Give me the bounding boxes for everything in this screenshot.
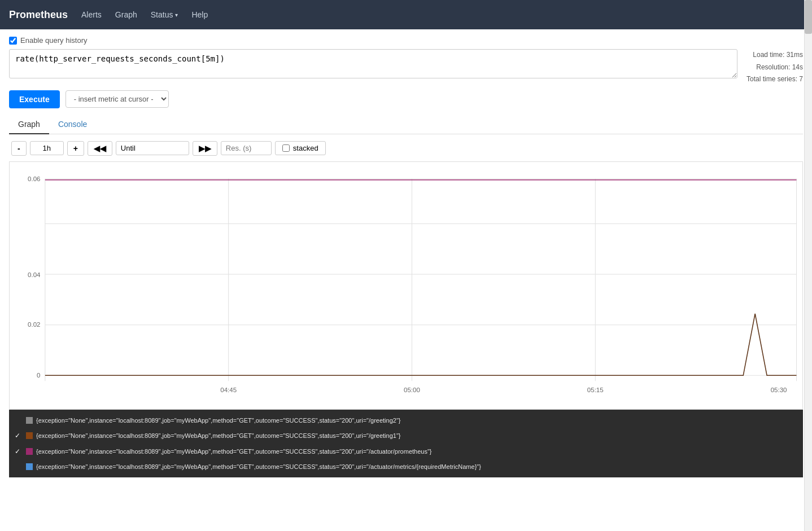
legend-item: ✓ {exception="None",instance="localhost:… (15, 428, 797, 444)
svg-text:05:30: 05:30 (771, 387, 787, 393)
chart-svg: 0.06 0.04 0.02 0 04:45 05:00 05:15 05:30 (10, 162, 802, 409)
nav-graph[interactable]: Graph (115, 10, 137, 19)
tab-console[interactable]: Console (49, 115, 96, 134)
chart-area: 0.06 0.04 0.02 0 04:45 05:00 05:15 05:30 (9, 161, 803, 410)
svg-text:0.02: 0.02 (28, 321, 40, 328)
svg-text:04:45: 04:45 (220, 387, 237, 393)
legend-text-4: {exception="None",instance="localhost:80… (36, 460, 481, 473)
legend-color-1 (26, 417, 33, 424)
nav-status-dropdown[interactable]: Status ▾ (151, 10, 178, 19)
graph-controls: - + ◀◀ ▶▶ stacked (9, 141, 803, 156)
query-history-checkbox[interactable] (9, 37, 17, 45)
scrollbar[interactable] (804, 0, 812, 484)
legend: {exception="None",instance="localhost:80… (9, 410, 803, 477)
legend-text-2: {exception="None",instance="localhost:80… (36, 429, 400, 442)
svg-text:0.06: 0.06 (28, 175, 40, 182)
time-forward-button[interactable]: ▶▶ (193, 141, 217, 156)
legend-check-3: ✓ (15, 445, 23, 458)
resolution-input[interactable] (221, 141, 272, 155)
nav-status-label: Status (151, 10, 173, 19)
legend-text-1: {exception="None",instance="localhost:80… (36, 414, 400, 427)
nav-help[interactable]: Help (191, 10, 208, 19)
legend-item: {exception="None",instance="localhost:80… (15, 413, 797, 428)
total-series-label: Total time series: 7 (746, 73, 803, 86)
query-input[interactable]: rate(http_server_requests_seconds_count[… (9, 49, 737, 78)
time-minus-button[interactable]: - (11, 141, 27, 156)
resolution-label: Resolution: 14s (746, 62, 803, 74)
execute-row: Execute - insert metric at cursor - (9, 90, 803, 108)
query-history-label[interactable]: Enable query history (20, 36, 88, 45)
svg-text:0: 0 (37, 372, 40, 379)
scrollbar-thumb[interactable] (805, 0, 812, 34)
svg-text:05:15: 05:15 (587, 387, 604, 393)
load-time-info: Load time: 31ms Resolution: 14s Total ti… (746, 49, 803, 86)
time-range-input[interactable] (30, 141, 64, 155)
nav-alerts[interactable]: Alerts (81, 10, 102, 19)
stacked-button[interactable]: stacked (275, 141, 326, 155)
legend-color-2 (26, 432, 33, 439)
stacked-label: stacked (293, 144, 318, 152)
tabs: Graph Console (9, 115, 803, 134)
legend-item: ✓ {exception="None",instance="localhost:… (15, 444, 797, 459)
legend-color-4 (26, 463, 33, 470)
until-input[interactable] (116, 141, 189, 155)
svg-text:0.04: 0.04 (28, 271, 40, 278)
legend-check-2: ✓ (15, 429, 23, 442)
svg-text:05:00: 05:00 (404, 387, 420, 393)
tab-graph[interactable]: Graph (9, 115, 49, 134)
execute-button[interactable]: Execute (9, 90, 60, 108)
legend-color-3 (26, 448, 33, 455)
navbar: Prometheus Alerts Graph Status ▾ Help (0, 0, 812, 29)
legend-item: {exception="None",instance="localhost:80… (15, 459, 797, 474)
metric-select[interactable]: - insert metric at cursor - (66, 90, 169, 108)
brand-link[interactable]: Prometheus (9, 9, 68, 21)
main-content: Enable query history rate(http_server_re… (0, 29, 812, 484)
time-back-button[interactable]: ◀◀ (88, 141, 112, 156)
load-time-label: Load time: 31ms (746, 49, 803, 62)
legend-text-3: {exception="None",instance="localhost:80… (36, 445, 432, 458)
time-plus-button[interactable]: + (67, 141, 84, 156)
status-caret-icon: ▾ (175, 12, 178, 18)
query-history-row: Enable query history (9, 36, 803, 45)
stacked-checkbox[interactable] (282, 144, 290, 152)
